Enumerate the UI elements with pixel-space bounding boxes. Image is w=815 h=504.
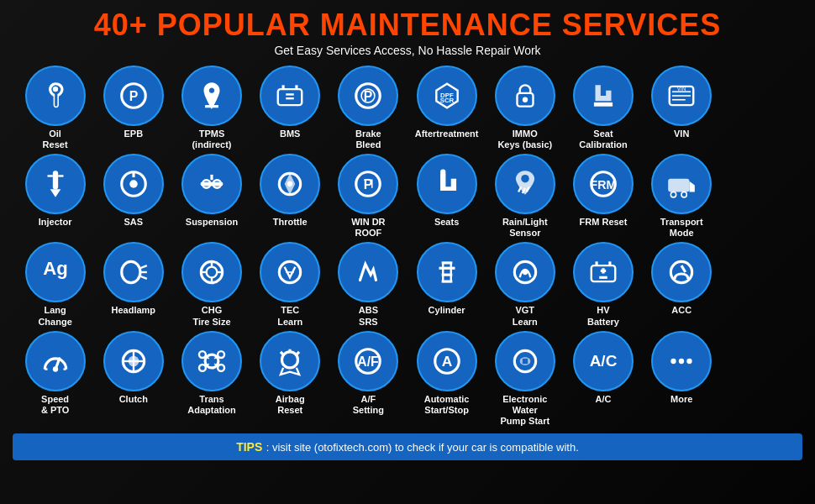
list-item[interactable]: ElectronicWaterPump Start bbox=[486, 331, 563, 428]
list-item[interactable]: Ag LangChange bbox=[17, 242, 93, 327]
svg-point-101 bbox=[671, 359, 676, 364]
list-item[interactable]: A/F A/FSetting bbox=[330, 331, 407, 428]
svg-point-84 bbox=[218, 351, 224, 358]
immo-icon bbox=[495, 66, 555, 126]
injector-label: Injector bbox=[39, 217, 72, 228]
rainsensor-icon bbox=[495, 154, 555, 214]
cylinder-icon bbox=[417, 242, 477, 302]
clutch-label: Clutch bbox=[119, 394, 148, 405]
lang-label: LangChange bbox=[38, 305, 71, 327]
empty-item-3 bbox=[722, 242, 798, 327]
list-item[interactable]: ABSSRS bbox=[330, 242, 407, 327]
vin-label: VIN bbox=[674, 129, 689, 139]
list-item[interactable]: BMS bbox=[252, 66, 329, 150]
transadapt-label: TransAdaptation bbox=[187, 394, 235, 416]
list-item[interactable]: SeatCalibration bbox=[565, 66, 641, 150]
af-icon: A/F bbox=[338, 331, 398, 391]
tips-bar: TIPS : visit site (otofixtech.com) to ch… bbox=[13, 433, 802, 460]
list-item[interactable]: Speed& PTO bbox=[17, 331, 93, 428]
svg-point-102 bbox=[679, 359, 684, 364]
svg-point-43 bbox=[671, 192, 676, 197]
waterpump-label: ElectronicWaterPump Start bbox=[500, 394, 549, 428]
list-item[interactable]: TECLearn bbox=[252, 242, 329, 327]
seats-label: Seats bbox=[434, 217, 459, 228]
seat-calibration-icon bbox=[573, 66, 634, 126]
tips-text: : visit site (otofixtech.com) to check i… bbox=[266, 441, 579, 454]
svg-text:A: A bbox=[441, 353, 452, 370]
list-item[interactable]: Throttle bbox=[252, 154, 329, 239]
aftertreatment-label: Aftertreatment bbox=[415, 129, 479, 139]
list-item[interactable]: Headlamp bbox=[95, 242, 171, 327]
list-item[interactable]: Clutch bbox=[95, 331, 171, 428]
sas-label: SAS bbox=[124, 217, 143, 228]
svg-rect-21 bbox=[52, 171, 57, 189]
svg-text:Ag: Ag bbox=[43, 259, 68, 280]
list-item[interactable]: FRM FRM Reset bbox=[565, 154, 641, 239]
list-item[interactable]: TransportMode bbox=[644, 154, 720, 239]
list-item[interactable]: HVBattery bbox=[565, 242, 641, 327]
throttle-icon bbox=[260, 154, 320, 214]
list-item[interactable]: AirbagReset bbox=[252, 331, 329, 428]
transport-icon bbox=[651, 154, 712, 214]
svg-rect-3 bbox=[278, 89, 302, 105]
svg-line-73 bbox=[681, 265, 686, 272]
clutch-icon bbox=[103, 331, 164, 391]
empty-item-1 bbox=[722, 66, 798, 150]
winroof-icon: P bbox=[338, 154, 398, 214]
list-item[interactable]: IMMOKeys (basic) bbox=[486, 66, 563, 150]
waterpump-icon bbox=[495, 331, 555, 391]
list-item[interactable]: VIN VIN bbox=[644, 66, 720, 150]
startstop-icon: A bbox=[417, 331, 477, 391]
cylinder-label: Cylinder bbox=[429, 305, 465, 316]
list-item[interactable]: DPFSCR Aftertreatment bbox=[408, 66, 485, 150]
list-item[interactable]: TransAdaptation bbox=[173, 331, 250, 428]
headlamp-label: Headlamp bbox=[112, 305, 156, 316]
svg-rect-42 bbox=[668, 179, 689, 192]
list-item[interactable]: VGTLearn bbox=[486, 242, 563, 327]
list-item[interactable]: Rain/LightSensor bbox=[486, 154, 563, 239]
list-item[interactable]: SAS bbox=[95, 154, 171, 239]
svg-point-32 bbox=[287, 181, 292, 186]
suspension-label: Suspension bbox=[186, 217, 238, 228]
empty-item-2 bbox=[722, 154, 798, 239]
list-item[interactable]: P BrakeBleed bbox=[330, 66, 407, 150]
teclearn-label: TECLearn bbox=[277, 305, 302, 327]
tpms-label: TPMS(indirect) bbox=[192, 129, 231, 150]
list-item[interactable]: More bbox=[644, 331, 720, 428]
svg-text:VIN: VIN bbox=[677, 85, 686, 91]
svg-point-85 bbox=[199, 365, 206, 371]
list-item[interactable]: P WIN DRROOF bbox=[330, 154, 407, 239]
vin-icon: VIN bbox=[651, 66, 712, 126]
list-item[interactable]: TPMS(indirect) bbox=[173, 66, 250, 150]
list-item[interactable]: Cylinder bbox=[408, 242, 485, 327]
brake-bleed-icon: P bbox=[338, 66, 398, 126]
throttle-label: Throttle bbox=[273, 217, 308, 228]
rainsensor-label: Rain/LightSensor bbox=[502, 217, 548, 239]
svg-point-75 bbox=[52, 366, 57, 371]
headlamp-icon bbox=[103, 242, 164, 302]
list-item[interactable]: Suspension bbox=[173, 154, 250, 239]
svg-text:FRM: FRM bbox=[591, 178, 617, 192]
list-item[interactable]: CHGTire Size bbox=[173, 242, 250, 327]
list-item[interactable]: A AutomaticStart/Stop bbox=[408, 331, 485, 428]
svg-point-35 bbox=[440, 170, 445, 175]
airbag-icon bbox=[260, 331, 320, 391]
svg-point-14 bbox=[523, 97, 528, 102]
list-item[interactable]: Injector bbox=[17, 154, 93, 239]
ac-label: A/C bbox=[596, 394, 612, 405]
tiresize-label: CHGTire Size bbox=[192, 305, 230, 327]
tiresize-icon bbox=[181, 242, 242, 302]
hvbattery-icon bbox=[573, 242, 634, 302]
list-item[interactable]: ACC bbox=[644, 242, 720, 327]
list-item[interactable]: OilReset bbox=[17, 66, 93, 150]
svg-point-86 bbox=[218, 365, 224, 371]
transport-label: TransportMode bbox=[660, 217, 703, 239]
suspension-icon bbox=[181, 154, 242, 214]
list-item[interactable]: P EPB bbox=[95, 66, 171, 150]
svg-point-83 bbox=[199, 351, 206, 358]
list-item[interactable]: Seats bbox=[408, 154, 485, 239]
brake-bleed-label: BrakeBleed bbox=[355, 129, 381, 150]
sas-icon bbox=[103, 154, 164, 214]
list-item[interactable]: A/C A/C bbox=[565, 331, 641, 428]
svg-point-65 bbox=[523, 270, 528, 275]
